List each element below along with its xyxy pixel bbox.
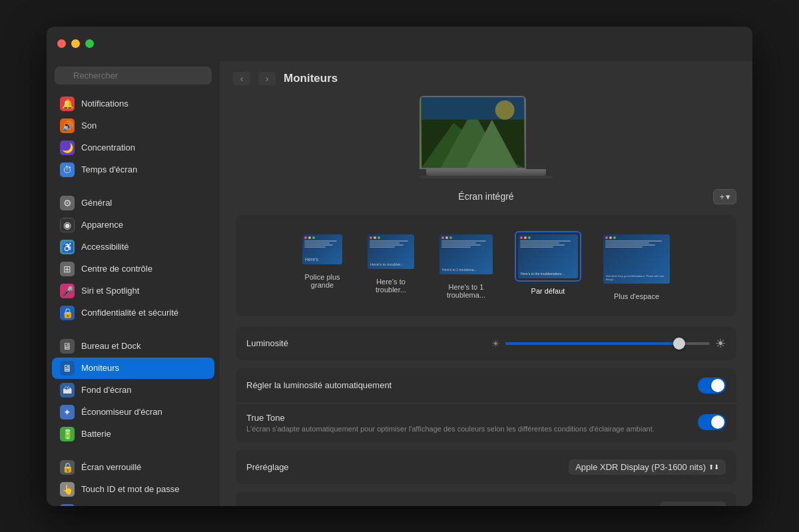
res-preview-medium2: Here's to 1 troublema... (436, 231, 496, 278)
res-card-default[interactable]: Here's to the troublemakers... Par défau… (509, 226, 587, 306)
preset-select[interactable]: Apple XDR Display (P3-1600 nits) ⬆⬇ (569, 459, 726, 475)
res-text-m1: Here's to troubler... (370, 262, 412, 267)
res-line (370, 242, 400, 244)
refresh-value: ProMotion (666, 504, 706, 506)
sidebar-item-bureau[interactable]: 🖥 Bureau et Dock (52, 336, 214, 357)
bureau-icon: 🖥 (60, 339, 75, 354)
res-lines-large (304, 240, 340, 256)
sidebar-item-touch-id[interactable]: 👆 Touch ID et mot de passe (52, 479, 214, 500)
brightness-label: Luminosité (246, 338, 481, 348)
laptop-base-bottom (419, 176, 553, 178)
dot-red (304, 236, 307, 239)
true-tone-toggle[interactable] (698, 414, 726, 430)
main-window: 🔍 🔔 Notifications 🔊 Son 🌙 Concentration (47, 27, 752, 506)
apparence-icon: ◉ (60, 218, 75, 232)
sidebar-group-1: 🔔 Notifications 🔊 Son 🌙 Concentration ⏱ … (47, 93, 220, 181)
brightness-slider-container: ☀ ☀ (491, 336, 726, 351)
auto-brightness-row: Régler la luminosité automatiquement (236, 368, 736, 403)
sidebar-item-general[interactable]: ⚙ Général (52, 192, 214, 214)
sidebar-item-centre-controle[interactable]: ⊞ Centre de contrôle (52, 258, 214, 280)
sidebar-label-centre-controle: Centre de contrôle (81, 264, 152, 274)
close-button[interactable] (57, 39, 66, 48)
res-line (441, 242, 476, 244)
monitor-label: Écran intégré (403, 191, 570, 202)
res-line (370, 240, 408, 242)
sidebar-item-moniteurs[interactable]: 🖥 Moniteurs (52, 358, 214, 379)
forward-button[interactable]: › (258, 72, 276, 85)
dot-red (370, 236, 372, 239)
plus-icon: + (719, 192, 724, 202)
auto-brightness-toggle[interactable] (698, 378, 726, 394)
minimize-button[interactable] (71, 39, 80, 48)
monitor-preview: Écran intégré + ▾ (236, 96, 736, 204)
utilisateurs-icon: 👥 (60, 504, 75, 506)
dot-red (605, 236, 608, 239)
traffic-lights (57, 39, 94, 48)
dot-green (528, 236, 531, 239)
sun-small-icon: ☀ (491, 338, 500, 349)
res-lines-more (605, 240, 668, 274)
res-line (520, 246, 553, 248)
res-card-medium1[interactable]: Here's to troubler... Here's totroubler.… (359, 226, 423, 306)
res-label-default: Par défaut (531, 287, 565, 295)
res-dots-m1 (370, 236, 412, 239)
monitor-graphic (419, 96, 553, 178)
res-label-large: Police plusgrande (304, 273, 340, 289)
sidebar-item-batterie[interactable]: 🔋 Batterie (52, 423, 214, 445)
res-line (304, 244, 333, 246)
res-line (304, 246, 326, 248)
ecran-verr-icon: 🔒 (60, 460, 75, 475)
slider-thumb (673, 338, 685, 350)
temps-ecran-icon: ⏱ (60, 162, 75, 177)
sidebar-item-utilisateurs[interactable]: 👥 Utilisateurs et groupes (52, 501, 214, 506)
sidebar-item-confidentialite[interactable]: 🔒 Confidentialité et sécurité (52, 302, 214, 324)
res-card-medium2[interactable]: Here's to 1 troublema... Here's to 1trou… (431, 226, 501, 306)
dot-yellow (524, 236, 527, 239)
brightness-slider[interactable] (505, 342, 710, 345)
sun-large-icon: ☀ (715, 336, 726, 351)
res-card-large[interactable]: Here's Police plusgrande (294, 226, 351, 306)
sidebar-item-notifications[interactable]: 🔔 Notifications (52, 93, 214, 115)
res-text-more: Hereishto they go troublemakers. Those w… (605, 274, 668, 282)
res-line (520, 244, 565, 246)
sidebar-label-accessibilite: Accessibilité (81, 242, 129, 252)
sidebar-label-touch-id: Touch ID et mot de passe (81, 484, 179, 494)
res-lines-m1 (370, 240, 412, 262)
res-line (441, 240, 486, 242)
res-line (304, 240, 337, 242)
sidebar-item-apparence[interactable]: ◉ Apparence (52, 214, 214, 236)
res-text-def: Here's to the troublemakers... (520, 271, 576, 276)
res-line (605, 242, 649, 244)
refresh-select[interactable]: ProMotion ⬆⬇ (660, 501, 726, 506)
refresh-chevron-icon: ⬆⬇ (708, 505, 719, 506)
sidebar-item-economiseur[interactable]: ✦ Économiseur d'écran (52, 401, 214, 423)
dot-yellow (609, 236, 612, 239)
search-input[interactable] (55, 67, 212, 85)
res-line (520, 240, 571, 242)
res-text-large: Here's (304, 256, 340, 262)
maximize-button[interactable] (85, 39, 94, 48)
res-inner-more: Hereishto they go troublemakers. Those w… (603, 234, 670, 284)
sidebar-label-concentration: Concentration (81, 142, 135, 152)
back-button[interactable]: ‹ (233, 72, 250, 85)
sidebar-item-ecran-verr[interactable]: 🔒 Écran verrouillé (52, 457, 214, 478)
res-card-more-space[interactable]: Hereishto they go troublemakers. Those w… (595, 226, 678, 306)
main-content: Écran intégré + ▾ (220, 96, 752, 506)
dot-red (441, 236, 444, 239)
sidebar-item-siri[interactable]: 🎤 Siri et Spotlight (52, 280, 214, 302)
touch-id-icon: 👆 (60, 482, 75, 497)
sidebar-item-accessibilite[interactable]: ♿ Accessibilité (52, 236, 214, 258)
res-preview-more-space: Hereishto they go troublemakers. Those w… (600, 231, 673, 287)
res-label-m2: Here's to 1troublema... (447, 283, 485, 299)
brightness-section: Luminosité ☀ ☀ (236, 327, 736, 360)
sidebar-item-fond-ecran[interactable]: 🏔 Fond d'écran (52, 380, 214, 401)
window-content: 🔍 🔔 Notifications 🔊 Son 🌙 Concentration (47, 61, 752, 506)
add-monitor-button[interactable]: + ▾ (713, 189, 736, 204)
sidebar-item-son[interactable]: 🔊 Son (52, 115, 214, 136)
preset-chevron-icon: ⬆⬇ (708, 463, 719, 471)
son-icon: 🔊 (60, 119, 75, 133)
sidebar-item-temps-ecran[interactable]: ⏱ Temps d'écran (52, 159, 214, 180)
sidebar-item-concentration[interactable]: 🌙 Concentration (52, 137, 214, 158)
search-container: 🔍 (47, 61, 220, 93)
res-screen-medium2: Here's to 1 troublema... (439, 234, 493, 274)
